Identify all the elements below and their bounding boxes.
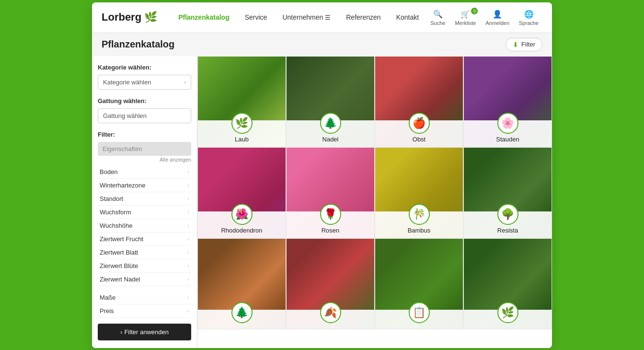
filter-button[interactable]: ⬇ Filter <box>506 38 542 51</box>
merkliste-badge: 0 <box>471 8 478 14</box>
eigenschaften-label: Eigenschaften <box>103 145 142 152</box>
grid-cell-obst[interactable]: 🍎 Obst <box>375 56 463 147</box>
boden-chevron-icon: › <box>187 169 189 175</box>
merkliste-label: Merkliste <box>455 20 476 26</box>
ziertwert-frucht-chevron-icon: › <box>187 236 189 242</box>
grid-cell-rhododendron[interactable]: 🌺 Rhododendron <box>197 147 286 238</box>
row3a-icon: 🌲 <box>231 302 253 323</box>
nadel-icon: 🌲 <box>320 113 341 134</box>
gattung-label: Gattung wählen: <box>98 97 191 105</box>
filter-item-wuchsform[interactable]: Wuchsform› <box>98 206 191 219</box>
grid-cell-nadel[interactable]: 🌲 Nadel <box>286 56 375 147</box>
filter-item-standort[interactable]: Standort› <box>98 192 191 206</box>
filter-item-boden[interactable]: Boden› <box>98 165 191 179</box>
merkliste-action[interactable]: 🛒 0 Merkliste <box>451 7 480 28</box>
filter-item-zierwert-bluete[interactable]: Zierwert Blüte› <box>98 259 191 273</box>
gattung-placeholder: Gattung wählen <box>103 112 147 119</box>
anmelden-action[interactable]: 👤 Anmelden <box>482 7 513 28</box>
laub-icon: 🌿 <box>231 113 253 134</box>
row3d-overlay: 🌿 <box>464 310 552 329</box>
grid-cell-rosen[interactable]: 🌹 Rosen <box>286 147 375 238</box>
user-icon: 👤 <box>492 9 503 19</box>
nav-item-pflanzenkatalog[interactable]: Pflanzenkatalog <box>172 10 236 25</box>
category-label: Kategorie wählen: <box>98 64 191 71</box>
logo[interactable]: Lorberg 🌿 <box>102 11 157 23</box>
filter-item-ziertwert-frucht[interactable]: Ziertwert Frucht› <box>98 233 191 246</box>
nadel-overlay: 🌲 Nadel <box>287 120 374 147</box>
zierwert-nadel-chevron-icon: › <box>187 276 189 282</box>
rhodo-label: Rhododendron <box>221 227 262 234</box>
main-layout: Kategorie wählen: Kategorie wählen › Gat… <box>92 56 552 348</box>
sprache-label: Sprache <box>519 20 539 26</box>
obst-overlay: 🍎 Obst <box>375 120 463 147</box>
header-actions: 🔍 Suche 🛒 0 Merkliste 👤 Anmelden 🌐 Sprac… <box>426 7 542 28</box>
obst-label: Obst <box>413 136 426 143</box>
page-title-bar: Pflanzenkatalog ⬇ Filter <box>92 33 552 56</box>
nav-item-service[interactable]: Service <box>238 10 274 25</box>
grid-cell-row3d[interactable]: 🌿 <box>463 238 552 329</box>
filter-apply-button[interactable]: › Filter anwenden <box>98 324 191 340</box>
filter-apply-arrow-icon: › <box>120 328 122 336</box>
search-action[interactable]: 🔍 Suche <box>426 7 449 28</box>
alle-anzeigen-link[interactable]: Alle anzeigen <box>98 157 191 163</box>
row3c-icon: 📋 <box>409 302 430 323</box>
filter-item-masse[interactable]: Maße › <box>98 291 191 304</box>
rosen-overlay: 🌹 Rosen <box>287 211 374 238</box>
zierwert-bluete-chevron-icon: › <box>187 263 189 268</box>
bambus-label: Bambus <box>408 227 431 234</box>
nadel-label: Nadel <box>322 136 339 143</box>
filter-arrow-icon: ⬇ <box>513 41 518 48</box>
grid-cell-row3b[interactable]: 🍂 <box>286 238 375 329</box>
filter-label: Filter: <box>98 131 191 138</box>
standort-chevron-icon: › <box>187 196 189 201</box>
row3a-overlay: 🌲 <box>198 310 286 329</box>
wuchshoehe-chevron-icon: › <box>187 222 189 228</box>
grid-cell-bambus[interactable]: 🎋 Bambus <box>375 147 463 238</box>
header: Lorberg 🌿 Pflanzenkatalog Service Untern… <box>92 2 552 33</box>
filter-item-preis[interactable]: Preis › <box>98 304 191 318</box>
browser-window: Lorberg 🌿 Pflanzenkatalog Service Untern… <box>92 2 552 348</box>
obst-icon: 🍎 <box>409 113 430 134</box>
search-label: Suche <box>430 20 445 26</box>
nav-item-referenzen[interactable]: Referenzen <box>339 10 387 25</box>
language-icon: 🌐 <box>524 9 534 19</box>
winterhartezone-chevron-icon: › <box>187 182 189 188</box>
filter-item-winterhartezone[interactable]: Winterhartezone› <box>98 179 191 192</box>
logo-text: Lorberg <box>102 11 141 23</box>
anmelden-label: Anmelden <box>485 20 509 26</box>
grid-cell-row3a[interactable]: 🌲 <box>197 238 286 329</box>
laub-overlay: 🌿 Laub <box>198 120 286 147</box>
filter-item-zierwert-nadel[interactable]: Zierwert Nadel› <box>98 273 191 286</box>
row3b-icon: 🍂 <box>320 302 341 323</box>
laub-label: Laub <box>235 136 249 143</box>
menu-icon: ☰ <box>325 14 331 21</box>
sidebar-sep: Maße › Preis › <box>98 291 191 318</box>
stauden-overlay: 🌸 Stauden <box>464 120 552 147</box>
cart-icon: 🛒 <box>460 9 471 19</box>
filter-item-ziertwert-blatt[interactable]: Ziertwert Blatt› <box>98 246 191 259</box>
grid-cell-resista[interactable]: 🌳 Resista <box>463 147 552 238</box>
grid-cell-stauden[interactable]: 🌸 Stauden <box>463 56 552 147</box>
eigenschaften-button[interactable]: Eigenschaften <box>98 142 191 156</box>
ziertwert-blatt-chevron-icon: › <box>187 249 189 255</box>
rosen-icon: 🌹 <box>320 204 341 225</box>
gattung-dropdown[interactable]: Gattung wählen <box>98 108 191 123</box>
category-dropdown[interactable]: Kategorie wählen › <box>98 75 191 90</box>
rhodo-icon: 🌺 <box>231 204 253 225</box>
main-nav: Pflanzenkatalog Service Unternehmen ☰ Re… <box>172 10 426 25</box>
stauden-icon: 🌸 <box>497 113 518 134</box>
filter-item-wuchshoehe[interactable]: Wuchshöhe› <box>98 219 191 233</box>
bambus-icon: 🎋 <box>409 204 430 225</box>
category-chevron-icon: › <box>184 79 186 85</box>
rosen-label: Rosen <box>322 227 340 234</box>
nav-item-kontakt[interactable]: Kontakt <box>390 10 426 25</box>
filter-button-label: Filter <box>521 41 535 48</box>
sprache-action[interactable]: 🌐 Sprache <box>515 7 542 28</box>
stauden-label: Stauden <box>496 136 519 143</box>
grid-cell-laub[interactable]: 🌿 Laub <box>197 56 286 147</box>
grid-cell-row3c[interactable]: 📋 <box>375 238 463 329</box>
sidebar: Kategorie wählen: Kategorie wählen › Gat… <box>92 56 197 348</box>
nav-item-unternehmen[interactable]: Unternehmen ☰ <box>276 10 337 25</box>
logo-leaf-icon: 🌿 <box>144 11 157 23</box>
resista-label: Resista <box>497 227 518 234</box>
